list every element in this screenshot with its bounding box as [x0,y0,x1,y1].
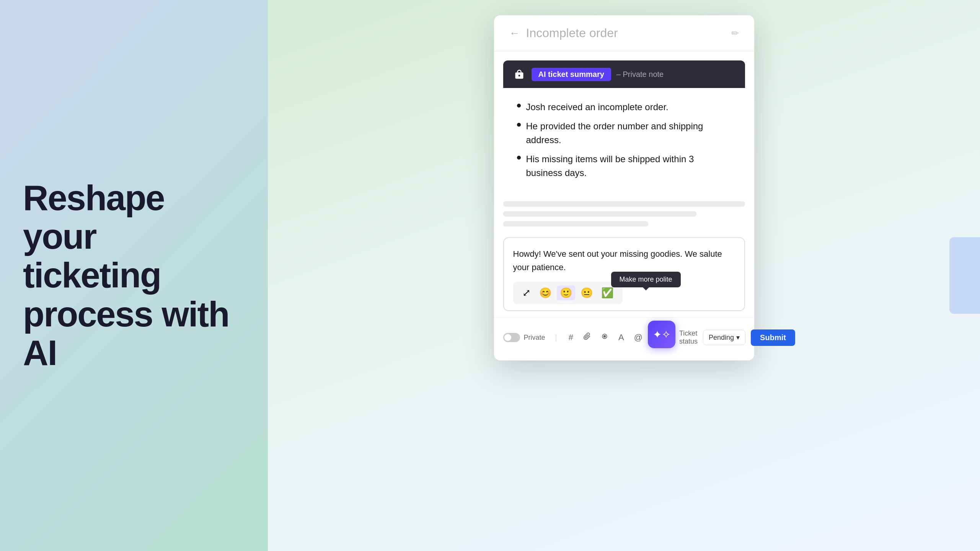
font-icon[interactable]: A [617,331,626,344]
private-note: – Private note [616,70,664,79]
emoji-button-3[interactable]: 😐 [577,285,596,300]
placeholder-line [503,201,745,207]
check-button[interactable]: ✅ [598,285,616,300]
placeholder-line [503,211,697,217]
hero-line1: Reshape your [23,178,165,256]
summary-item-1: Josh received an incomplete order. [526,100,669,114]
toggle-switch[interactable] [503,333,520,342]
back-button[interactable]: ← [509,27,520,39]
divider: | [555,333,557,342]
emoji-button-2[interactable]: 🙂 [557,285,575,300]
ticket-status-label: Ticket status [679,329,698,346]
list-item: He provided the order number and shippin… [517,119,731,147]
chevron-down-icon: ▾ [736,333,740,342]
mention-icon[interactable]: @ [633,331,644,344]
ticket-header: ← Incomplete order ✏ [494,15,754,51]
ticket-window: ← Incomplete order ✏ AI ticket summary –… [494,15,754,360]
expand-button[interactable]: ⤢ [519,285,534,300]
summary-item-2: He provided the order number and shippin… [526,119,731,147]
ai-magic-button[interactable]: ✦✧ [648,321,675,348]
submit-button[interactable]: Submit [751,329,795,346]
reply-box[interactable]: Howdy! We've sent out your missing goodi… [503,237,745,311]
private-toggle[interactable]: Private [503,333,545,342]
hero-line3: process with AI [23,295,229,372]
record-icon[interactable] [599,331,610,344]
emoji-button-1[interactable]: 😊 [536,285,554,300]
status-value: Pending [709,334,734,342]
attach-icon[interactable] [582,331,592,344]
placeholder-lines [494,192,754,227]
status-select[interactable]: Pending ▾ [703,330,745,345]
tone-tooltip: Make more polite [611,272,681,287]
toolbar-right: Ticket status Pending ▾ Submit [679,329,795,346]
bottom-toolbar: Private | # A @ [494,317,754,360]
placeholder-line [503,221,648,227]
left-panel: Reshape your ticketing process with AI [0,0,268,551]
hero-line2: ticketing [23,256,161,295]
bullet-icon [517,104,521,108]
right-panel: ← Incomplete order ✏ AI ticket summary –… [268,0,980,551]
bullet-icon [517,156,521,160]
hash-icon[interactable]: # [567,331,575,344]
svg-point-1 [603,336,605,337]
reply-text: Howdy! We've sent out your missing goodi… [513,247,735,274]
bot-icon [512,67,526,81]
toolbar-left: Private | # A @ [503,331,644,344]
summary-list: Josh received an incomplete order. He pr… [517,100,731,180]
hero-text: Reshape your ticketing process with AI [23,179,245,372]
ticket-title: Incomplete order [526,26,725,40]
ai-badge: AI ticket summary [532,68,611,81]
magic-stars-icon: ✦✧ [653,328,670,341]
ai-summary-card: AI ticket summary – Private note Josh re… [503,60,745,192]
ai-summary-body: Josh received an incomplete order. He pr… [503,88,745,192]
private-label: Private [524,334,545,342]
summary-item-3: His missing items will be shipped within… [526,152,731,180]
emoji-toolbar: ⤢ 😊 🙂 😐 ✅ [513,282,623,304]
bullet-icon [517,123,521,127]
right-side-panel [949,237,980,314]
list-item: Josh received an incomplete order. [517,100,731,114]
ai-summary-header: AI ticket summary – Private note [503,60,745,88]
list-item: His missing items will be shipped within… [517,152,731,180]
edit-icon[interactable]: ✏ [731,28,739,39]
